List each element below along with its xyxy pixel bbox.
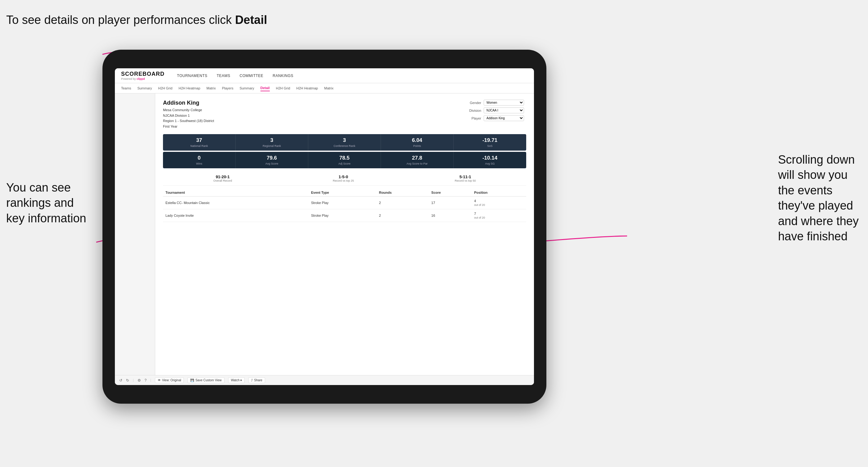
view-icon: 👁 [158,378,161,382]
col-tournament: Tournament [163,189,309,196]
col-position: Position [471,189,526,196]
redo-icon[interactable]: ↻ [126,378,129,382]
tab-matrix2[interactable]: Matrix [324,85,333,91]
col-event-type: Event Type [309,189,377,196]
stat-wins: 0 Wins [163,152,236,168]
player-college: Mesa Community College [163,108,202,112]
annotation-top-left: To see details on player performances cl… [6,12,267,28]
row1-rounds: 2 [377,196,429,209]
stat-adj-score: 78.5 Adj Score [308,152,381,168]
tab-h2h-heatmap[interactable]: H2H Heatmap [179,85,200,91]
logo-area: SCOREBOARD Powered by clippd [121,71,164,81]
view-original-button[interactable]: 👁 View: Original [155,377,184,383]
record-top50: 5-11-1 Record vs top 50 [455,175,476,182]
gender-select[interactable]: Women [484,100,524,105]
tab-teams[interactable]: Teams [121,85,131,91]
annotation-right: Scrolling downwill show youthe eventsthe… [778,152,859,244]
player-division: NJCAA Division 1 [163,114,190,117]
tab-players[interactable]: Players [222,85,234,91]
tab-matrix[interactable]: Matrix [207,85,216,91]
left-sidebar [115,93,155,375]
content-area: Addison King Mesa Community College NJCA… [155,93,534,375]
tab-summary[interactable]: Summary [137,85,152,91]
stat-regional-rank: 3 Regional Rank [236,134,308,151]
logo-scoreboard: SCOREBOARD [121,71,164,77]
record-overall: 91-20-1 Overall Record [213,175,232,182]
stat-conference-rank: 3 Conference Rank [308,134,381,151]
col-score: Score [429,189,471,196]
player-header: Addison King Mesa Community College NJCA… [163,100,526,129]
tab-h2h-heatmap2[interactable]: H2H Heatmap [297,85,318,91]
bottom-toolbar: ↺ ↻ | ⚙ ? | 👁 View: Original 💾 Save Cust… [115,375,534,385]
tab-h2h-grid2[interactable]: H2H Grid [276,85,290,91]
row1-event-type: Stroke Play [309,196,377,209]
watch-button[interactable]: Watch ▾ [228,377,245,383]
row2-score: 16 [429,209,471,222]
table-row: Estella CC- Mountain Classic Stroke Play… [163,196,526,209]
share-icon: ⤴ [251,378,253,382]
row1-tournament: Estella CC- Mountain Classic [163,196,309,209]
stat-national-rank: 37 National Rank [163,134,236,151]
stat-sos: -19.71 SoS [454,134,526,151]
save-custom-view-button[interactable]: 💾 Save Custom View [187,377,224,383]
share-button[interactable]: ⤴ Share [248,377,265,383]
save-icon: 💾 [190,378,194,382]
row2-event-type: Stroke Play [309,209,377,222]
nav-committee[interactable]: COMMITTEE [240,72,264,79]
record-top25: 1-5-0 Record vs top 25 [333,175,354,182]
player-select[interactable]: Addison King [484,115,524,121]
table-header-row: Tournament Event Type Rounds Score Posit… [163,189,526,196]
player-name: Addison King [163,100,214,106]
filter-player: Player Addison King [464,115,526,121]
tablet-screen: SCOREBOARD Powered by clippd TOURNAMENTS… [115,68,534,385]
player-filters: Gender Women Division NJCAA I [464,100,526,121]
undo-icon[interactable]: ↺ [119,378,122,382]
player-region: Region 1 - Southwest (18) District [163,119,214,123]
tab-detail[interactable]: Detail [260,85,270,91]
col-rounds: Rounds [377,189,429,196]
records-row: 91-20-1 Overall Record 1-5-0 Record vs t… [163,172,526,186]
tab-h2h-grid[interactable]: H2H Grid [158,85,172,91]
logo-powered: Powered by clippd [121,77,164,81]
row2-tournament: Lady Coyote Invite [163,209,309,222]
nav-teams[interactable]: TEAMS [217,72,230,79]
stat-points: 6.04 Points [381,134,454,151]
filter-division: Division NJCAA I [464,107,526,113]
top-nav: SCOREBOARD Powered by clippd TOURNAMENTS… [115,68,534,83]
row2-rounds: 2 [377,209,429,222]
tab-summary2[interactable]: Summary [240,85,254,91]
player-year: First Year [163,125,177,128]
nav-rankings[interactable]: RANKINGS [273,72,293,79]
stats-row1: 37 National Rank 3 Regional Rank 3 Confe… [163,134,526,151]
row1-position: 4out of 20 [471,196,526,209]
row2-position: 7out of 20 [471,209,526,222]
tablet-frame: SCOREBOARD Powered by clippd TOURNAMENTS… [102,50,547,404]
tournament-table: Tournament Event Type Rounds Score Posit… [163,189,526,222]
main-content: Addison King Mesa Community College NJCA… [115,93,534,375]
stat-avg-sg: -10.14 Avg SG [454,152,526,168]
stats-row2: 0 Wins 79.6 Avg Score 78.5 Adj Score 27.… [163,152,526,168]
second-nav: Teams Summary H2H Grid H2H Heatmap Matri… [115,83,534,93]
division-select[interactable]: NJCAA I [484,107,524,113]
nav-tournaments[interactable]: TOURNAMENTS [177,72,207,79]
row1-score: 17 [429,196,471,209]
annotation-bottom-left: You can see rankings and key information [6,180,86,226]
stat-avg-score-to-par: 27.8 Avg Score to Par [381,152,454,168]
table-row: Lady Coyote Invite Stroke Play 2 16 7out… [163,209,526,222]
settings-icon[interactable]: ⚙ [137,378,141,382]
stat-avg-score: 79.6 Avg Score [236,152,308,168]
help-icon[interactable]: ? [145,378,147,382]
filter-gender: Gender Women [464,100,526,105]
player-info: Addison King Mesa Community College NJCA… [163,100,214,129]
